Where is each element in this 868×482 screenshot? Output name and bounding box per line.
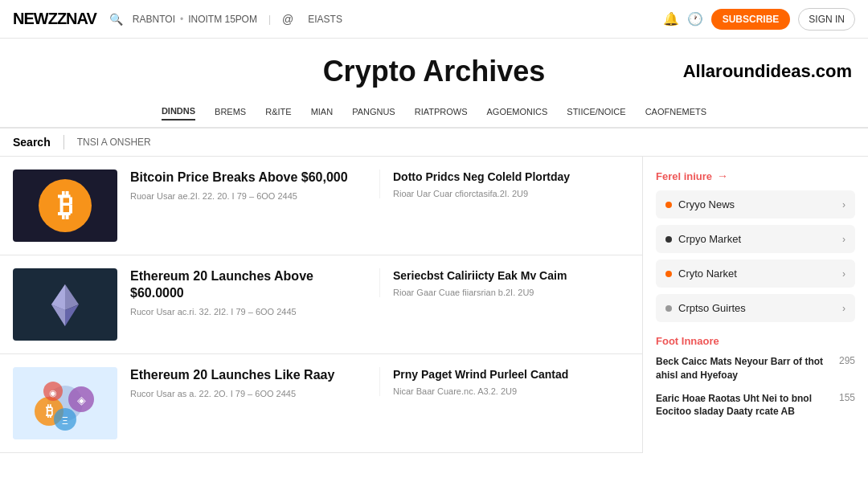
nav-meta-text2: INOIТМ 15РОМ bbox=[188, 14, 257, 25]
article-title-1: Bitcoin Price Breaks Above $60,000 bbox=[130, 170, 366, 186]
sidebar-post-row-0: Beck Caicc Mats Neyour Barr of thot ahis… bbox=[656, 355, 855, 382]
sidebar-cat-label-2: Cryto Narket bbox=[678, 268, 737, 280]
search-filter-text: TNSI A ONSHER bbox=[77, 137, 151, 148]
sidebar-footer-title-text: Foot Innaore bbox=[656, 335, 719, 347]
ethereum-icon bbox=[37, 276, 93, 333]
sidebar-cat-label-3: Crptso Guirtes bbox=[678, 302, 746, 314]
nav-divider: | bbox=[268, 14, 271, 25]
article-thumbnail-crypto3: ₿ ◈ Ξ ◉ bbox=[13, 367, 117, 439]
clock-icon-btn[interactable]: 🕐 bbox=[687, 11, 703, 27]
article-sec-meta-1: Rioar Uar Cuar cfiorctasifa.2I. 2U9 bbox=[393, 189, 629, 198]
sidebar-post-count-0: 295 bbox=[839, 355, 855, 366]
cat-nav-item-4[interactable]: PANGNUS bbox=[352, 104, 395, 120]
article-title-3: Ethereum 20 Launches Like Raay bbox=[130, 367, 366, 384]
sidebar: Ferel iniure → Cryyo News › Crpyo Market… bbox=[643, 157, 868, 453]
email-icon: @ bbox=[282, 13, 293, 26]
site-logo: NEWZZNAV bbox=[13, 10, 96, 28]
article-sec-title-2: Seriecbst Caliriicty Eak Mv Caim bbox=[393, 268, 629, 283]
chevron-right-icon-1: › bbox=[842, 234, 845, 245]
article-sec-title-1: Dotto Pridcs Neg Coleld Plortday bbox=[393, 170, 629, 184]
sidebar-cat-left-2: Cryto Narket bbox=[665, 268, 737, 280]
article-secondary-3: Prny Paget Wrind Purleel Cantad Nicar Ba… bbox=[379, 367, 629, 396]
bitcoin-icon: ₿ bbox=[37, 178, 93, 234]
site-header: Crypto Archives Allaroundideas.com bbox=[0, 39, 868, 96]
article-row: ₿ Bitcoin Price Breaks Above $60,000 Ruo… bbox=[0, 157, 642, 255]
sidebar-cat-label-1: Crpyo Market bbox=[678, 233, 741, 245]
svg-text:◈: ◈ bbox=[77, 394, 86, 406]
cat-nav-item-2[interactable]: R&ITE bbox=[265, 104, 291, 120]
sidebar-cat-left-0: Cryyo News bbox=[665, 198, 735, 210]
sidebar-footer-title: Foot Innaore bbox=[656, 335, 855, 347]
svg-text:₿: ₿ bbox=[58, 188, 73, 222]
chevron-right-icon-2: › bbox=[842, 268, 845, 280]
article-secondary-1: Dotto Pridcs Neg Coleld Plortday Rioar U… bbox=[379, 170, 629, 198]
article-row: Ethereum 20 Launches Above $60.0000 Ruco… bbox=[0, 255, 642, 354]
sidebar-post-count-1: 155 bbox=[839, 392, 855, 403]
article-row: ₿ ◈ Ξ ◉ Ethereum 20 Launches Like Raay R… bbox=[0, 354, 642, 453]
cat-nav-item-3[interactable]: MIAN bbox=[311, 104, 334, 120]
sidebar-post-item-1: Earic Hoae Raotas Uht Nei to bnol Eocito… bbox=[656, 392, 855, 419]
nav-right-actions: 🔔 🕐 SUBSCRIBE SIGN IN bbox=[663, 8, 855, 31]
articles-section: ₿ Bitcoin Price Breaks Above $60,000 Ruo… bbox=[0, 157, 643, 453]
sidebar-post-item-0: Beck Caicc Mats Neyour Barr of thot ahis… bbox=[656, 355, 855, 382]
svg-text:₿: ₿ bbox=[46, 403, 53, 419]
svg-text:◉: ◉ bbox=[49, 388, 57, 398]
article-main-1: Bitcoin Price Breaks Above $60,000 Ruoar… bbox=[130, 170, 366, 201]
nav-meta-text1: RABNTOI bbox=[133, 14, 175, 25]
sidebar-category-item-2[interactable]: Cryto Narket › bbox=[656, 259, 855, 288]
signin-button[interactable]: SIGN IN bbox=[798, 8, 855, 31]
article-title-2: Ethereum 20 Launches Above $60.0000 bbox=[130, 268, 366, 302]
nav-dot1: • bbox=[180, 14, 183, 25]
sidebar-cat-dot-3 bbox=[665, 305, 672, 312]
category-navigation: DINDNS BREMS R&ITE MIAN PANGNUS RIATPROW… bbox=[0, 96, 868, 129]
cat-nav-item-5[interactable]: RIATPROWS bbox=[415, 104, 468, 120]
chevron-right-icon-3: › bbox=[842, 303, 845, 314]
sidebar-post-text-1: Earic Hoae Raotas Uht Nei to bnol Eocito… bbox=[656, 392, 833, 419]
sidebar-post-text-0: Beck Caicc Mats Neyour Barr of thot ahis… bbox=[656, 355, 833, 382]
article-thumbnail-ethereum bbox=[13, 268, 117, 341]
top-navigation: NEWZZNAV 🔍 RABNTOI • INOIТМ 15РОМ | @ EI… bbox=[0, 0, 868, 39]
sidebar-cat-dot-0 bbox=[665, 202, 672, 208]
sidebar-cat-left-1: Crpyo Market bbox=[665, 233, 741, 245]
chevron-right-icon-0: › bbox=[842, 199, 845, 210]
article-thumbnail-bitcoin: ₿ bbox=[13, 170, 117, 242]
article-sec-title-3: Prny Paget Wrind Purleel Cantad bbox=[393, 367, 629, 382]
article-meta-1: Ruoar Usar ae.2I. 22. 20. I 79 – 6OO 244… bbox=[130, 191, 366, 201]
sidebar-category-item-3[interactable]: Crptso Guirtes › bbox=[656, 294, 855, 322]
crypto-cluster-icon: ₿ ◈ Ξ ◉ bbox=[13, 367, 117, 439]
nav-meta: RABNTOI • INOIТМ 15РОМ | @ EIASTS bbox=[133, 13, 342, 26]
sidebar-arrow-icon: → bbox=[717, 170, 728, 182]
sidebar-cat-dot-2 bbox=[665, 271, 672, 277]
article-sec-meta-2: Rioar Gaar Cuae fiiarsrian b.2I. 2U9 bbox=[393, 288, 629, 297]
article-meta-2: Rucor Usar ac.ri. 32. 2I2. I 79 – 6OO 24… bbox=[130, 307, 366, 317]
search-row: Search TNSI A ONSHER bbox=[0, 129, 868, 157]
nav-meta-text3: EIASTS bbox=[308, 14, 342, 25]
article-main-3: Ethereum 20 Launches Like Raay Rucor Usa… bbox=[130, 367, 366, 398]
search-label: Search bbox=[13, 136, 51, 149]
cat-nav-item-6[interactable]: AGOEMONICS bbox=[487, 104, 548, 120]
sidebar-cat-dot-1 bbox=[665, 236, 672, 243]
sidebar-section-title: Ferel iniure → bbox=[656, 170, 855, 182]
cat-nav-item-7[interactable]: STIICE/NOICE bbox=[567, 104, 625, 120]
sidebar-category-item-0[interactable]: Cryyo News › bbox=[656, 190, 855, 219]
cat-nav-item-8[interactable]: CAOFNEMETS bbox=[645, 104, 706, 120]
sidebar-cat-left-3: Crptso Guirtes bbox=[665, 302, 746, 314]
cat-nav-item-0[interactable]: DINDNS bbox=[162, 103, 195, 120]
article-sec-meta-3: Nicar Baar Cuare.nc. A3.2. 2U9 bbox=[393, 386, 629, 396]
sidebar-post-row-1: Earic Hoae Raotas Uht Nei to bnol Eocito… bbox=[656, 392, 855, 419]
sidebar-category-item-1[interactable]: Crpyo Market › bbox=[656, 225, 855, 253]
subscribe-button[interactable]: SUBSCRIBE bbox=[711, 9, 791, 30]
sidebar-cat-label-0: Cryyo News bbox=[678, 198, 735, 210]
main-layout: ₿ Bitcoin Price Breaks Above $60,000 Ruo… bbox=[0, 157, 868, 453]
article-meta-3: Rucor Usar as a. 22. 2O. I 79 – 6OO 2445 bbox=[130, 389, 366, 398]
search-divider bbox=[63, 135, 64, 149]
cat-nav-item-1[interactable]: BREMS bbox=[215, 104, 246, 120]
search-icon[interactable]: 🔍 bbox=[109, 13, 123, 26]
svg-text:Ξ: Ξ bbox=[62, 415, 68, 427]
article-main-2: Ethereum 20 Launches Above $60.0000 Ruco… bbox=[130, 268, 366, 317]
site-tagline: Allaroundideas.com bbox=[683, 61, 852, 82]
notifications-icon-btn[interactable]: 🔔 bbox=[663, 11, 679, 27]
sidebar-section-title-text: Ferel iniure bbox=[656, 170, 712, 182]
article-secondary-2: Seriecbst Caliriicty Eak Mv Caim Rioar G… bbox=[379, 268, 629, 297]
